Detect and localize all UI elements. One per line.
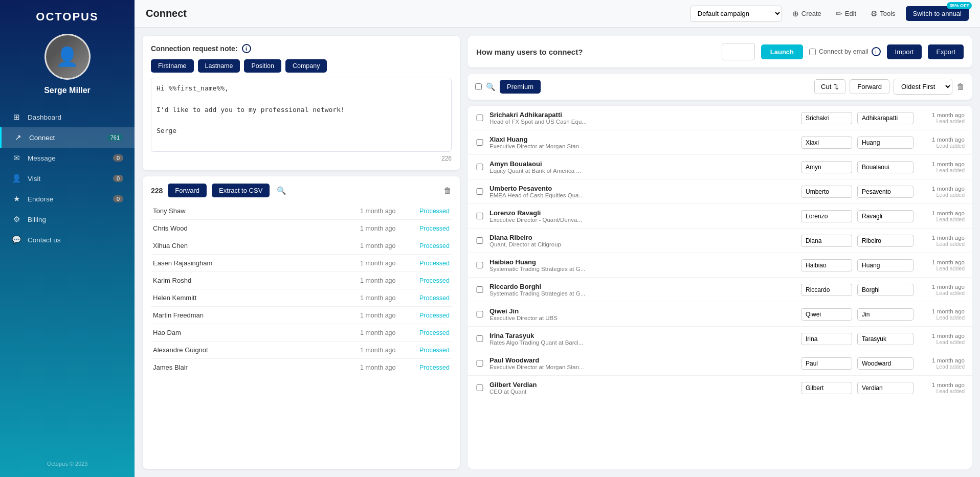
lead-lastname-input[interactable] [857, 333, 914, 345]
table-row[interactable]: Irina Tarasyuk Rates Algo Trading Quant … [468, 327, 972, 351]
launch-button[interactable]: Launch [761, 44, 803, 59]
sidebar-item-connect[interactable]: ↗ Connect 761 [0, 127, 135, 148]
users-header: How many users to connect? Launch Connec… [468, 36, 972, 67]
lead-title: Equity Quant at Bank of America ... [489, 168, 796, 174]
export-button[interactable]: Export [928, 44, 964, 59]
queue-row[interactable]: Karim Roshd 1 month ago Processed [151, 272, 452, 289]
queue-row[interactable]: James Blair 1 month ago Processed [151, 359, 452, 376]
create-button[interactable]: ⊕ Create [788, 7, 826, 21]
lead-lastname-input[interactable] [857, 161, 914, 173]
table-row[interactable]: Paul Woodward Executive Director at Morg… [468, 351, 972, 376]
lead-firstname-input[interactable] [801, 235, 852, 247]
queue-row-status: Processed [414, 260, 450, 267]
queue-csv-button[interactable]: Extract to CSV [212, 184, 270, 197]
tag-firstname[interactable]: Firstname [151, 59, 194, 73]
info-icon[interactable]: i [242, 44, 251, 53]
queue-search-icon[interactable]: 🔍 [277, 186, 286, 195]
lead-firstname-input[interactable] [801, 210, 852, 222]
sidebar-item-visit[interactable]: 👤 Visit 0 [0, 168, 135, 189]
cut-button[interactable]: Cut ⇅ [814, 79, 845, 94]
lead-lastname-input[interactable] [857, 284, 914, 296]
table-row[interactable]: Qiwei Jin Executive Director at UBS 1 mo… [468, 302, 972, 327]
filter-delete-icon[interactable]: 🗑 [956, 82, 965, 92]
sidebar-item-contact[interactable]: 💬 Contact us [0, 230, 135, 250]
lead-checkbox[interactable] [475, 311, 484, 317]
lead-checkbox[interactable] [475, 237, 484, 244]
lead-firstname-input[interactable] [801, 308, 852, 321]
lead-checkbox[interactable] [475, 335, 484, 342]
filter-select-all-checkbox[interactable] [475, 83, 482, 90]
table-row[interactable]: Xiaxi Huang Executive Director at Morgan… [468, 130, 972, 155]
lead-name: Lorenzo Ravagli [489, 209, 796, 217]
lead-checkbox[interactable] [475, 360, 484, 367]
tag-company[interactable]: Company [285, 59, 327, 73]
campaign-select[interactable]: Default campaign [690, 6, 782, 21]
lead-title: Executive Director at Morgan Stan... [489, 364, 796, 370]
lead-checkbox[interactable] [475, 164, 484, 170]
lead-info: Irina Tarasyuk Rates Algo Trading Quant … [489, 332, 796, 346]
lead-firstname-input[interactable] [801, 333, 852, 345]
sidebar-item-message[interactable]: ✉ Message 0 [0, 148, 135, 168]
lead-lastname-input[interactable] [857, 259, 914, 271]
import-button[interactable]: Import [887, 44, 922, 59]
table-row[interactable]: Diana Ribeiro Quant, Director at Citigro… [468, 229, 972, 253]
table-row[interactable]: Gilbert Verdian CEO at Quant 1 month ago… [468, 376, 972, 400]
queue-row[interactable]: Xihua Chen 1 month ago Processed [151, 237, 452, 255]
queue-row[interactable]: Chris Wood 1 month ago Processed [151, 220, 452, 237]
connect-email-checkbox[interactable] [809, 49, 816, 55]
tools-button[interactable]: ⚙ Tools [866, 7, 899, 21]
queue-delete-icon[interactable]: 🗑 [443, 186, 452, 195]
table-row[interactable]: Riccardo Borghi Systematic Trading Strat… [468, 278, 972, 302]
lead-lastname-input[interactable] [857, 235, 914, 247]
users-count-input[interactable] [722, 43, 755, 60]
table-row[interactable]: Haibiao Huang Systematic Trading Strateg… [468, 253, 972, 278]
lead-firstname-input[interactable] [801, 357, 852, 370]
queue-row[interactable]: Tony Shaw 1 month ago Processed [151, 202, 452, 220]
lead-checkbox[interactable] [475, 188, 484, 195]
note-textarea[interactable]: Hi %%first_name%%, I'd like to add you t… [151, 78, 452, 152]
lead-firstname-input[interactable] [801, 112, 852, 124]
filter-premium-button[interactable]: Premium [500, 80, 541, 94]
queue-row[interactable]: Alexandre Guignot 1 month ago Processed [151, 342, 452, 359]
lead-lastname-input[interactable] [857, 308, 914, 321]
switch-annual-button[interactable]: 35% OFF Switch to annual [906, 6, 969, 21]
table-row[interactable]: Amyn Boualaoui Equity Quant at Bank of A… [468, 155, 972, 179]
lead-firstname-input[interactable] [801, 137, 852, 149]
lead-lastname-input[interactable] [857, 112, 914, 124]
lead-lastname-input[interactable] [857, 382, 914, 394]
lead-firstname-input[interactable] [801, 186, 852, 198]
lead-lastname-input[interactable] [857, 137, 914, 149]
queue-row[interactable]: Hao Dam 1 month ago Processed [151, 324, 452, 342]
lead-lastname-input[interactable] [857, 210, 914, 222]
lead-lastname-input[interactable] [857, 186, 914, 198]
lead-firstname-input[interactable] [801, 284, 852, 296]
queue-forward-button[interactable]: Forward [168, 184, 207, 197]
lead-lastname-input[interactable] [857, 357, 914, 370]
queue-row[interactable]: Martin Freedman 1 month ago Processed [151, 307, 452, 324]
lead-checkbox[interactable] [475, 286, 484, 293]
filter-bar: 🔍 Premium Cut ⇅ Forward Oldest FirstNewe… [468, 74, 972, 100]
lead-checkbox[interactable] [475, 139, 484, 146]
table-row[interactable]: Lorenzo Ravagli Executive Director - Qua… [468, 204, 972, 229]
lead-checkbox[interactable] [475, 115, 484, 121]
lead-checkbox[interactable] [475, 262, 484, 268]
forward-filter-button[interactable]: Forward [850, 79, 889, 94]
edit-button[interactable]: ✏ Edit [832, 7, 860, 21]
queue-row[interactable]: Helen Kemmitt 1 month ago Processed [151, 289, 452, 307]
table-row[interactable]: Srichakri Adhikarapatti Head of FX Spot … [468, 106, 972, 130]
lead-firstname-input[interactable] [801, 161, 852, 173]
lead-checkbox[interactable] [475, 384, 484, 391]
lead-firstname-input[interactable] [801, 382, 852, 394]
lead-firstname-input[interactable] [801, 259, 852, 271]
sidebar-item-endorse[interactable]: ★ Endorse 0 [0, 189, 135, 209]
tag-position[interactable]: Position [244, 59, 281, 73]
queue-row[interactable]: Easen Rajasingham 1 month ago Processed [151, 255, 452, 272]
lead-checkbox[interactable] [475, 213, 484, 219]
sort-select[interactable]: Oldest FirstNewest First [894, 79, 952, 95]
connect-email-info-icon[interactable]: i [872, 47, 881, 56]
filter-search-icon[interactable]: 🔍 [486, 82, 496, 92]
sidebar-item-dashboard[interactable]: ⊞ Dashboard [0, 107, 135, 127]
table-row[interactable]: Umberto Pesavento EMEA Head of Cash Equi… [468, 179, 972, 204]
sidebar-item-billing[interactable]: ⚙ Billing [0, 209, 135, 230]
tag-lastname[interactable]: Lastname [198, 59, 240, 73]
